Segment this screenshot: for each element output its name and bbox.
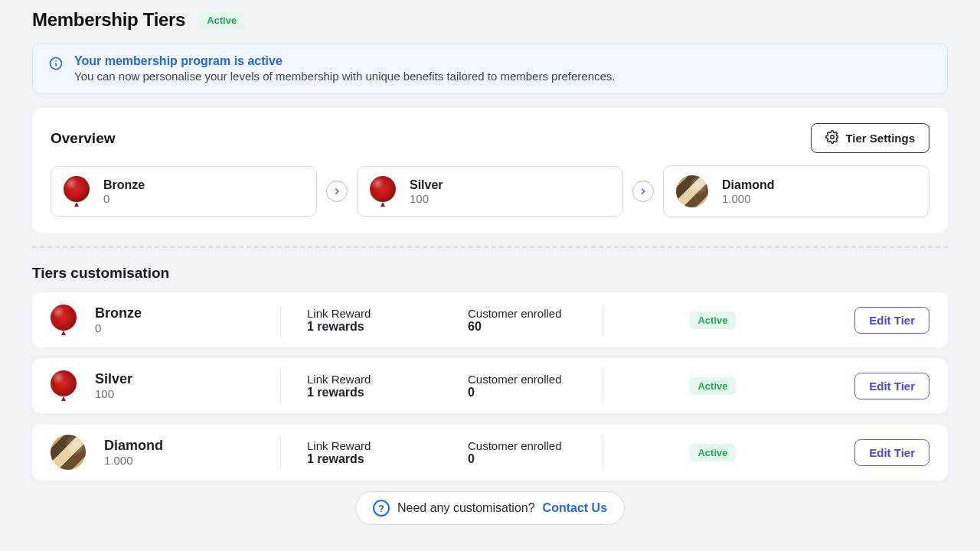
- overview-title: Overview: [51, 130, 116, 147]
- diamond-icon: [676, 175, 708, 207]
- edit-tier-button[interactable]: Edit Tier: [854, 439, 929, 466]
- tier-settings-label: Tier Settings: [845, 132, 915, 145]
- tier-threshold: 1.000: [722, 192, 774, 205]
- contact-us-link[interactable]: Contact Us: [543, 501, 607, 515]
- tier-threshold: 0: [103, 192, 145, 205]
- link-reward-value: 1 rewards: [307, 320, 416, 334]
- tier-settings-button[interactable]: Tier Settings: [811, 123, 929, 153]
- diamond-icon: [51, 435, 86, 470]
- status-badge: Active: [199, 11, 244, 29]
- chevron-right-icon: [632, 181, 654, 202]
- link-reward-label: Link Reward: [307, 439, 416, 452]
- status-badge: Active: [690, 377, 735, 395]
- tier-threshold: 100: [410, 192, 443, 205]
- info-banner-title: Your membership program is active: [74, 54, 616, 68]
- overview-card: Overview Tier Settings Bronze0Silver100D…: [32, 108, 948, 233]
- balloon-icon: [51, 305, 77, 335]
- chevron-right-icon: [326, 181, 348, 202]
- link-reward-label: Link Reward: [307, 373, 416, 386]
- customer-enrolled-value: 60: [468, 320, 577, 334]
- question-icon: ?: [373, 500, 390, 517]
- tier-name: Bronze: [95, 305, 142, 321]
- customer-enrolled-value: 0: [468, 452, 577, 466]
- tier-row: Diamond1.000Link Reward1 rewardsCustomer…: [32, 424, 948, 481]
- overview-tier-card[interactable]: Bronze0: [51, 166, 317, 217]
- status-badge: Active: [690, 311, 735, 329]
- tier-name: Diamond: [722, 178, 774, 192]
- balloon-icon: [64, 176, 90, 207]
- customer-enrolled-label: Customer enrolled: [468, 373, 577, 386]
- link-reward-value: 1 rewards: [307, 386, 416, 399]
- balloon-icon: [51, 370, 77, 401]
- tier-name: Bronze: [103, 178, 145, 192]
- divider: [32, 246, 948, 248]
- tier-name: Diamond: [104, 438, 163, 454]
- customer-enrolled-value: 0: [468, 386, 577, 399]
- tier-name: Silver: [95, 371, 132, 387]
- info-banner-desc: You can now personalise your levels of m…: [74, 70, 616, 83]
- gear-icon: [825, 130, 839, 146]
- tiers-customisation-title: Tiers customisation: [32, 265, 948, 282]
- link-reward-label: Link Reward: [307, 307, 416, 320]
- tier-name: Silver: [410, 178, 443, 192]
- customer-enrolled-label: Customer enrolled: [468, 439, 577, 452]
- link-reward-value: 1 rewards: [307, 452, 416, 466]
- edit-tier-button[interactable]: Edit Tier: [854, 373, 929, 399]
- help-pill: ? Need any customisation? Contact Us: [355, 491, 625, 525]
- status-badge: Active: [690, 444, 735, 461]
- svg-point-2: [55, 60, 57, 62]
- customer-enrolled-label: Customer enrolled: [468, 307, 577, 320]
- info-banner: Your membership program is active You ca…: [32, 43, 948, 94]
- balloon-icon: [370, 176, 396, 207]
- tier-row: Silver100Link Reward1 rewardsCustomer en…: [32, 358, 948, 413]
- tier-threshold: 100: [95, 387, 132, 400]
- edit-tier-button[interactable]: Edit Tier: [854, 307, 929, 334]
- tier-threshold: 1.000: [104, 454, 163, 467]
- help-prompt: Need any customisation?: [397, 501, 535, 515]
- page-title: Membership Tiers: [32, 9, 185, 31]
- overview-tier-card[interactable]: Diamond1.000: [663, 165, 929, 217]
- info-icon: [48, 56, 64, 71]
- overview-tier-card[interactable]: Silver100: [357, 166, 623, 217]
- svg-point-3: [831, 135, 835, 139]
- tier-threshold: 0: [95, 321, 142, 334]
- tier-row: Bronze0Link Reward1 rewardsCustomer enro…: [32, 292, 948, 347]
